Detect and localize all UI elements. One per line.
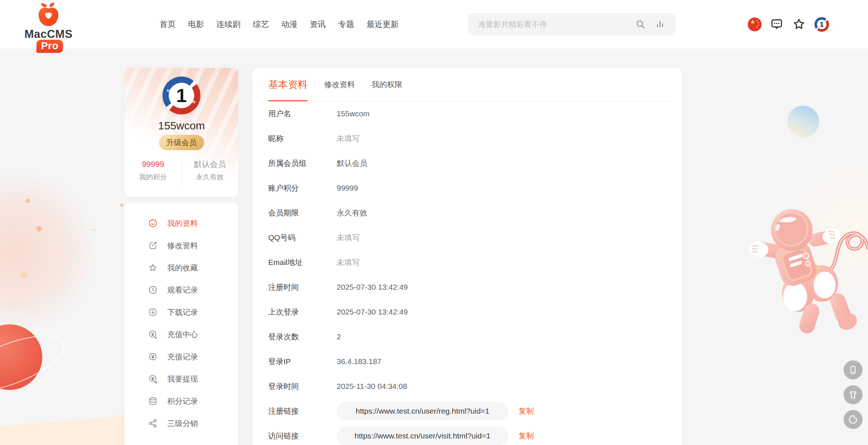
sidebar-menu-item[interactable]: 下载记录 bbox=[125, 301, 238, 323]
form-value: 155wcom bbox=[337, 109, 370, 118]
sidebar-menu-item[interactable]: 充值中心 bbox=[125, 323, 238, 346]
copy-button[interactable]: 复制 bbox=[519, 431, 534, 441]
nav-item[interactable]: 资讯 bbox=[310, 19, 326, 30]
main-content-card: 基本资料修改资料我的权限 用户名 155wcom 昵称 未填写 所属会员组 默认… bbox=[252, 68, 682, 445]
form-row: 上次登录 2025-07-30 13:42:49 bbox=[268, 300, 672, 324]
form-value: 默认会员 bbox=[337, 158, 367, 168]
favorites-star-icon[interactable] bbox=[792, 17, 806, 31]
nav-item[interactable]: 专题 bbox=[338, 19, 354, 30]
search-bar bbox=[468, 13, 676, 35]
main-nav: 首页电影连续剧综艺动漫资讯专题最近更新 bbox=[160, 0, 399, 48]
form-value: 2025-11-30 04:34:08 bbox=[337, 382, 407, 391]
message-icon[interactable] bbox=[770, 17, 783, 31]
planet-decoration bbox=[0, 324, 42, 390]
sidebar-menu-card: 我的资料 修改资料 我的收藏 观看记录 下载记录 充值中心 充值记录 bbox=[125, 203, 238, 445]
menu-item-label: 充值中心 bbox=[167, 329, 198, 340]
stat-value: 99999 bbox=[125, 159, 181, 170]
menu-item-label: 充值记录 bbox=[167, 352, 198, 362]
form-value: 2025-07-30 13:42:49 bbox=[337, 283, 408, 292]
coin-icon bbox=[148, 352, 158, 362]
form-label: 上次登录 bbox=[268, 307, 337, 317]
form-value: 36.4.183.187 bbox=[337, 357, 382, 366]
sidebar-menu-item[interactable]: 观看记录 bbox=[125, 279, 238, 301]
nav-item[interactable]: 首页 bbox=[160, 19, 176, 30]
database-icon bbox=[148, 396, 158, 406]
form-row: 注册时间 2025-07-30 13:42:49 bbox=[268, 275, 672, 300]
form-value: 未填写 bbox=[337, 133, 360, 144]
planet-ring-decoration bbox=[0, 324, 71, 403]
stat-label: 永久有效 bbox=[181, 172, 238, 182]
sidebar-menu-item[interactable]: 我的收藏 bbox=[125, 257, 238, 279]
menu-item-label: 我的资料 bbox=[167, 218, 198, 229]
form-value: 永久有效 bbox=[337, 208, 367, 218]
form-label: 登录次数 bbox=[268, 332, 337, 342]
profile-stat: 默认会员 永久有效 bbox=[181, 159, 238, 182]
profile-form: 用户名 155wcom 昵称 未填写 所属会员组 默认会员 账户积分 99999 bbox=[268, 101, 672, 445]
sidebar-menu-item[interactable]: 我要提现 bbox=[125, 368, 238, 390]
mobile-fab[interactable] bbox=[844, 360, 863, 379]
form-row: Email地址 未填写 bbox=[268, 250, 672, 275]
share-icon bbox=[148, 418, 158, 428]
nav-item[interactable]: 综艺 bbox=[253, 19, 269, 30]
search-icon[interactable] bbox=[636, 19, 645, 29]
sidebar-menu-item[interactable]: 三级分销 bbox=[125, 412, 238, 434]
stats-divider bbox=[181, 161, 182, 185]
form-row: 昵称 未填写 bbox=[268, 126, 672, 151]
floating-buttons bbox=[844, 360, 863, 429]
tab[interactable]: 我的权限 bbox=[372, 68, 402, 101]
profile-card: 1 5 5 155wcom 升级会员 99999 我的积分 默认会员 永久有效 bbox=[125, 68, 238, 197]
bubble-decoration bbox=[787, 106, 819, 138]
dot-decoration bbox=[26, 199, 30, 203]
form-label: Email地址 bbox=[268, 257, 337, 268]
dot-decoration bbox=[21, 272, 27, 278]
sidebar-menu-item[interactable]: 我的资料 bbox=[125, 212, 238, 234]
form-row: 登录IP 36.4.183.187 bbox=[268, 349, 672, 374]
header-actions: ★ ★ ★ ★ ★ 1 bbox=[748, 0, 829, 48]
menu-item-label: 三级分销 bbox=[167, 418, 198, 429]
dark-mode-fab[interactable] bbox=[844, 410, 863, 429]
sidebar-menu-item[interactable]: 充值记录 bbox=[125, 346, 238, 368]
profile-stat: 99999 我的积分 bbox=[125, 159, 181, 182]
trending-chart-icon[interactable] bbox=[656, 20, 665, 29]
stat-value: 默认会员 bbox=[181, 159, 238, 170]
edit-icon bbox=[148, 241, 158, 250]
skin-fab[interactable] bbox=[844, 385, 863, 404]
form-row: 会员期限 永久有效 bbox=[268, 200, 672, 225]
form-label: 账户积分 bbox=[268, 183, 337, 193]
nav-item[interactable]: 电影 bbox=[188, 19, 204, 30]
top-header: MacCMSPro 首页电影连续剧综艺动漫资讯专题最近更新 ★ ★ ★ bbox=[0, 0, 868, 48]
peach-blob-decoration bbox=[0, 171, 95, 332]
copy-button[interactable]: 复制 bbox=[519, 406, 534, 416]
user-avatar[interactable]: 1 bbox=[814, 17, 829, 32]
form-label: 登录IP bbox=[268, 356, 337, 367]
nav-item[interactable]: 连续剧 bbox=[216, 19, 241, 30]
sidebar-menu-item[interactable]: 积分记录 bbox=[125, 390, 238, 412]
pro-badge: Pro bbox=[36, 40, 63, 53]
language-flag-icon[interactable]: ★ ★ ★ ★ ★ bbox=[748, 17, 762, 31]
dot-decoration bbox=[120, 203, 124, 207]
profile-avatar[interactable]: 1 5 5 bbox=[163, 77, 200, 114]
form-row: 用户名 155wcom bbox=[268, 101, 672, 126]
tshirt-icon bbox=[848, 390, 858, 400]
tab[interactable]: 基本资料 bbox=[268, 68, 308, 101]
link-row: https://www.test.cn/user/reg.html?uid=1 … bbox=[337, 402, 534, 421]
form-label: 注册时间 bbox=[268, 282, 337, 292]
form-row: QQ号码 未填写 bbox=[268, 225, 672, 250]
page: MacCMSPro 首页电影连续剧综艺动漫资讯专题最近更新 ★ ★ ★ bbox=[0, 0, 868, 445]
clock-icon bbox=[148, 285, 158, 295]
link-field[interactable]: https://www.test.cn/user/visit.html?uid=… bbox=[337, 426, 508, 445]
link-field[interactable]: https://www.test.cn/user/reg.html?uid=1 bbox=[337, 402, 508, 421]
tab[interactable]: 修改资料 bbox=[324, 68, 355, 101]
form-row: 所属会员组 默认会员 bbox=[268, 151, 672, 176]
astronaut-illustration bbox=[747, 201, 868, 340]
nav-item[interactable]: 动漫 bbox=[281, 19, 297, 30]
menu-item-label: 积分记录 bbox=[167, 396, 198, 406]
upgrade-member-button[interactable]: 升级会员 bbox=[159, 135, 204, 150]
logo[interactable]: MacCMSPro bbox=[11, 1, 86, 53]
search-input[interactable] bbox=[477, 20, 636, 29]
nav-item[interactable]: 最近更新 bbox=[367, 19, 399, 30]
coin-plus-icon bbox=[148, 329, 158, 339]
stat-label: 我的积分 bbox=[125, 172, 181, 182]
sidebar-menu-item[interactable]: 修改资料 bbox=[125, 234, 238, 257]
menu-item-label: 下载记录 bbox=[167, 307, 198, 317]
